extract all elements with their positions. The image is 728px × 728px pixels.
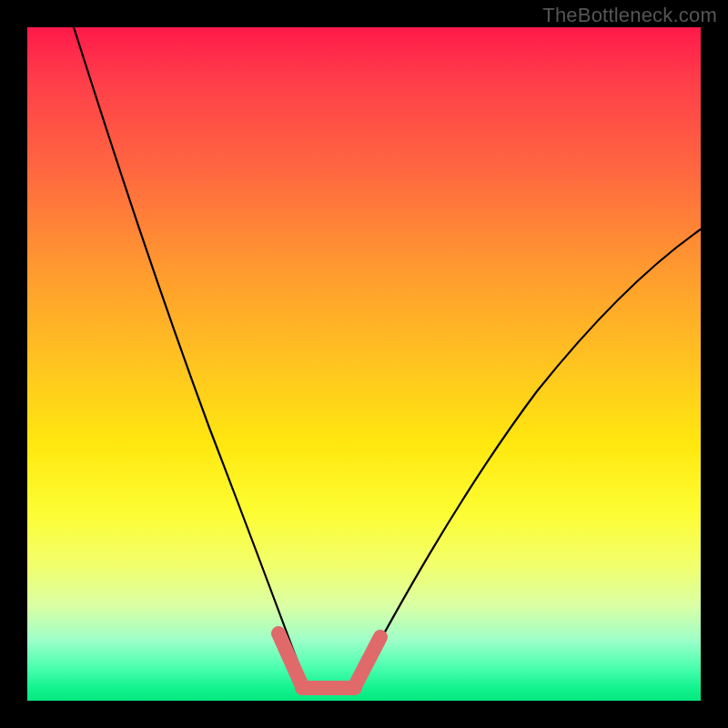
left-curve — [74, 27, 309, 693]
watermark-text: TheBottleneck.com — [542, 4, 717, 27]
right-curve — [351, 229, 701, 693]
accent-right — [355, 637, 380, 686]
plot-area — [27, 27, 701, 701]
curve-layer — [27, 27, 701, 701]
